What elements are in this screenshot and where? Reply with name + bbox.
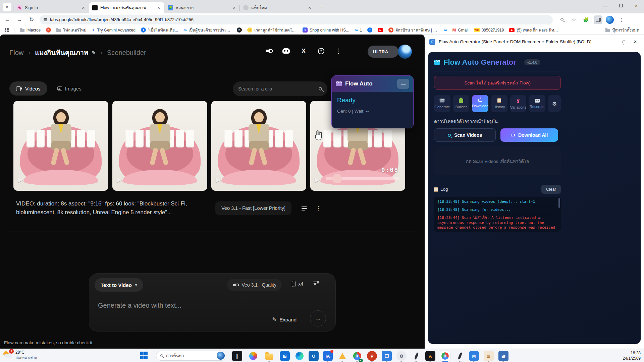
popup-minimize-button[interactable]: — [397, 79, 409, 89]
download-all-button[interactable]: Download All [500, 128, 558, 142]
settings-gear-button[interactable]: ⚙ [548, 95, 561, 112]
tab-videos[interactable]: Videos [9, 81, 47, 96]
taskview-icon[interactable]: ❙ [232, 351, 242, 361]
add-to-scene-icon[interactable] [298, 202, 311, 215]
outlook-icon[interactable]: O [309, 351, 319, 361]
account-avatar[interactable] [398, 45, 412, 59]
blue-window-app-icon[interactable]: ❐ [382, 351, 392, 361]
profile-avatar[interactable] [606, 16, 614, 24]
window-close-button[interactable]: × [629, 0, 644, 11]
flow-menu-icon[interactable]: ⋮ [334, 47, 343, 55]
edit-project-icon[interactable]: ✎ [92, 50, 96, 55]
video-thumbnail[interactable]: ▶ [112, 101, 207, 191]
bookmark-youtube-2[interactable]: ▶(5) เพลงเด็ก พ่อเจ นิทา... [507, 26, 561, 34]
bookmark-apps[interactable] [3, 27, 11, 33]
bookmark-all-folder[interactable]: บุ๊กมาร์กทั้งหมด [603, 26, 641, 34]
dark-a-app-icon[interactable]: A [425, 351, 435, 361]
side-panel-toggle-icon[interactable] [594, 15, 602, 24]
play-icon[interactable]: ▶ [315, 176, 320, 183]
tab-search-button[interactable]: ∨ [3, 3, 11, 11]
powerpoint-icon[interactable]: P [367, 351, 377, 361]
tab-recorder[interactable]: Recorder [529, 95, 545, 112]
forward-button[interactable]: → [15, 15, 24, 24]
bookmark-facebook-2[interactable]: f [365, 27, 374, 33]
google-drive-icon[interactable] [337, 351, 347, 361]
extensions-icon[interactable]: 🧩 [582, 15, 590, 24]
tab-variations[interactable]: §Variations [510, 95, 527, 112]
imacros-icon[interactable]: iA [323, 351, 333, 361]
new-tab-button[interactable]: + [317, 3, 325, 11]
bookmark-shopee-2[interactable]: Sจักรบ้าน ราคาพิเศษ | ซื้... [386, 26, 440, 34]
bookmark-yale[interactable]: Yale0850271919 [472, 27, 506, 33]
tab-builder[interactable]: Builder [453, 95, 470, 112]
edge-icon[interactable] [294, 351, 305, 361]
tab-extensions[interactable]: 🧩 ส่วนขยาย × [164, 2, 240, 13]
bookmark-lazada[interactable]: ♥Shop online with HS... [301, 27, 351, 33]
settings-gear-icon[interactable]: ⚙ [396, 351, 407, 361]
bookmark-meta-1[interactable]: ∞เป็นผู้ชนะด้วยการประมู... [181, 26, 233, 34]
microsoft-store-icon[interactable]: ⊞ [280, 351, 290, 361]
start-button[interactable] [140, 352, 148, 359]
model-quality-selector[interactable]: Veo 3.1 - Quality [227, 279, 282, 291]
prompt-input[interactable]: Generate a video with text... [98, 302, 181, 309]
tab-flow[interactable]: Flow - แมงกินฟันคุณภาพ × [89, 2, 164, 13]
copilot-icon[interactable] [248, 351, 258, 361]
tab-generate[interactable]: Generate [434, 95, 450, 112]
side-panel-close-button[interactable]: × [631, 38, 639, 46]
clear-log-button[interactable]: Clear [541, 185, 561, 194]
output-count[interactable]: x4 [292, 281, 303, 287]
play-icon[interactable]: ▶ [117, 176, 122, 183]
file-explorer-icon[interactable] [264, 351, 274, 361]
tab-close-icon[interactable]: × [307, 5, 313, 11]
mode-selector[interactable]: Text to Video ▾ [95, 278, 143, 292]
clip-search-input[interactable]: Search for a clip [233, 81, 327, 96]
reload-button[interactable]: ↻ [27, 15, 36, 24]
site-settings-icon[interactable] [44, 18, 47, 21]
quill-app-icon[interactable] [411, 351, 421, 361]
bookmark-meta-3[interactable]: ∞ [442, 27, 449, 33]
tab-sign-in[interactable]: ⚗ Sign In × [13, 2, 89, 13]
x-twitter-icon[interactable]: X [299, 47, 308, 55]
taskbar-clock[interactable]: 18:28 24/1/2569 [623, 350, 641, 361]
play-icon[interactable]: ▶ [18, 176, 23, 183]
settings-sliders-icon[interactable] [313, 282, 319, 284]
log-scrollbar[interactable] [558, 198, 560, 208]
bookmark-smiley[interactable]: ☺เวลาลูกค้าใช้ส่วนลดใน... [245, 26, 299, 34]
chrome-active-icon[interactable] [440, 351, 450, 361]
taskbar-search[interactable]: การค้นหา [156, 351, 226, 361]
help-icon[interactable]: ? [317, 47, 325, 55]
tab-close-icon[interactable]: × [231, 5, 237, 11]
log-console[interactable]: [18:28:48] Scanning videos (deep)... sta… [434, 197, 561, 232]
project-title[interactable]: แมงกินฟันคุณภาพ✎ [35, 47, 96, 58]
tab-close-icon[interactable]: × [156, 5, 162, 11]
tab-new-tab[interactable]: แท็บใหม่ × [240, 2, 315, 13]
bookmark-gemini[interactable]: ✦Try Gemini Advanced [90, 27, 138, 33]
pin-icon[interactable] [620, 38, 628, 46]
breadcrumb-flow[interactable]: Flow [9, 49, 23, 57]
quill-app-icon-2[interactable] [455, 351, 465, 361]
tab-images[interactable]: Images [51, 81, 88, 96]
window-maximize-button[interactable] [613, 0, 629, 11]
address-bar[interactable]: labs.google/fx/tools/flow/project/489eb9… [40, 15, 553, 24]
bookmark-star-icon[interactable]: ☆ [570, 15, 578, 24]
remote-pc-icon[interactable]: 🖳 [498, 351, 508, 361]
bookmark-facebook-1[interactable]: f"เบื่อไลฟ์ตนเดีย... [139, 26, 180, 34]
sound-icon[interactable] [264, 47, 273, 55]
back-button[interactable]: ← [3, 15, 12, 24]
video-progress-knob[interactable] [332, 174, 342, 183]
clip-menu-icon[interactable]: ⋮ [312, 202, 325, 215]
tab-history[interactable]: History [491, 95, 507, 112]
bookmark-youtube-1[interactable]: ▶ [376, 27, 385, 33]
popup-header[interactable]: Flow Auto — [332, 76, 413, 92]
weather-widget[interactable]: 2 28°C มีแดดบางส่วน [3, 350, 37, 360]
bookmark-shopee[interactable]: S [44, 27, 53, 33]
scan-videos-button[interactable]: Scan Videos [434, 128, 496, 142]
discord-icon[interactable] [282, 47, 290, 55]
play-icon[interactable]: ▶ [216, 176, 221, 183]
bookmark-folder-new[interactable]: โฟลเดอร์ใหม่ [54, 26, 89, 34]
window-minimize-button[interactable]: — [598, 0, 613, 11]
bookmark-folder-imacros[interactable]: iMacros [18, 27, 43, 33]
video-thumbnail[interactable]: ▶ [211, 101, 306, 191]
zoom-icon[interactable] [557, 15, 566, 24]
generate-button[interactable]: → [310, 310, 326, 326]
